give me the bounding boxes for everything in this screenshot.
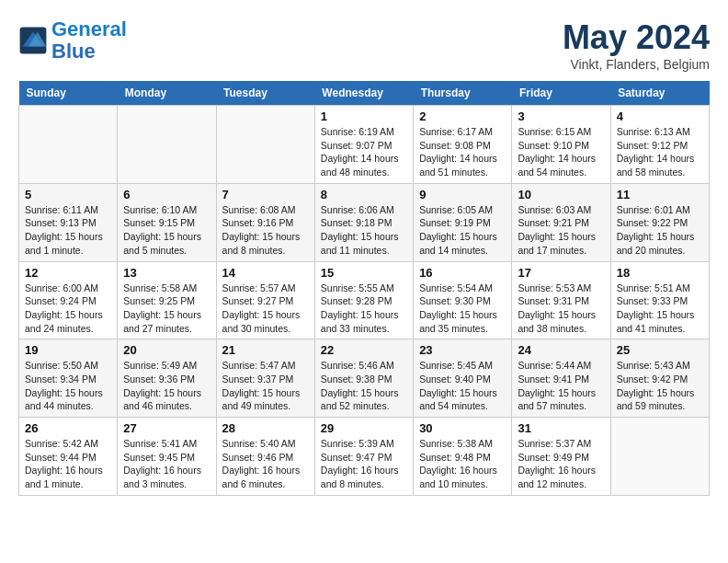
calendar-cell: 3Sunrise: 6:15 AM Sunset: 9:10 PM Daylig… xyxy=(512,106,610,184)
day-info: Sunrise: 5:47 AM Sunset: 9:37 PM Dayligh… xyxy=(222,359,309,413)
day-number: 13 xyxy=(123,266,210,280)
calendar-cell: 28Sunrise: 5:40 AM Sunset: 9:46 PM Dayli… xyxy=(216,418,314,496)
day-number: 10 xyxy=(518,188,604,201)
day-header-monday: Monday xyxy=(118,81,216,106)
day-number: 23 xyxy=(419,343,506,357)
day-info: Sunrise: 5:43 AM Sunset: 9:42 PM Dayligh… xyxy=(617,359,703,413)
day-info: Sunrise: 5:57 AM Sunset: 9:27 PM Dayligh… xyxy=(222,282,309,336)
calendar-cell: 1Sunrise: 6:19 AM Sunset: 9:07 PM Daylig… xyxy=(314,106,413,184)
calendar-week-3: 12Sunrise: 6:00 AM Sunset: 9:24 PM Dayli… xyxy=(19,261,710,339)
calendar-cell: 5Sunrise: 6:11 AM Sunset: 9:13 PM Daylig… xyxy=(19,183,118,261)
calendar-cell xyxy=(118,106,216,184)
calendar-cell: 21Sunrise: 5:47 AM Sunset: 9:37 PM Dayli… xyxy=(216,339,314,418)
calendar-table: SundayMondayTuesdayWednesdayThursdayFrid… xyxy=(18,81,710,496)
day-number: 31 xyxy=(518,421,604,435)
day-number: 29 xyxy=(321,421,407,435)
day-number: 6 xyxy=(123,188,210,201)
calendar-cell: 29Sunrise: 5:39 AM Sunset: 9:47 PM Dayli… xyxy=(314,418,413,496)
day-number: 4 xyxy=(617,109,703,123)
day-info: Sunrise: 5:38 AM Sunset: 9:48 PM Dayligh… xyxy=(419,437,506,491)
day-header-sunday: Sunday xyxy=(19,81,118,106)
day-number: 21 xyxy=(222,343,309,357)
day-number: 3 xyxy=(518,109,604,123)
calendar-cell: 30Sunrise: 5:38 AM Sunset: 9:48 PM Dayli… xyxy=(414,418,512,496)
calendar-cell: 16Sunrise: 5:54 AM Sunset: 9:30 PM Dayli… xyxy=(414,261,512,339)
calendar-cell: 14Sunrise: 5:57 AM Sunset: 9:27 PM Dayli… xyxy=(216,261,314,339)
day-info: Sunrise: 6:05 AM Sunset: 9:19 PM Dayligh… xyxy=(419,203,506,258)
calendar-cell: 26Sunrise: 5:42 AM Sunset: 9:44 PM Dayli… xyxy=(19,418,118,496)
calendar-cell: 31Sunrise: 5:37 AM Sunset: 9:49 PM Dayli… xyxy=(512,418,610,496)
day-info: Sunrise: 6:15 AM Sunset: 9:10 PM Dayligh… xyxy=(518,125,604,179)
day-number: 24 xyxy=(518,343,604,357)
calendar-body: 1Sunrise: 6:19 AM Sunset: 9:07 PM Daylig… xyxy=(19,106,710,496)
day-info: Sunrise: 5:37 AM Sunset: 9:49 PM Dayligh… xyxy=(518,437,604,491)
day-number: 1 xyxy=(321,109,407,123)
day-number: 30 xyxy=(419,421,506,435)
day-number: 17 xyxy=(518,266,604,280)
day-number: 26 xyxy=(25,421,111,435)
day-info: Sunrise: 5:55 AM Sunset: 9:28 PM Dayligh… xyxy=(321,282,407,336)
day-info: Sunrise: 5:41 AM Sunset: 9:45 PM Dayligh… xyxy=(123,437,210,491)
day-number: 18 xyxy=(617,266,703,280)
day-info: Sunrise: 6:03 AM Sunset: 9:21 PM Dayligh… xyxy=(518,203,604,258)
day-number: 16 xyxy=(419,266,506,280)
day-number: 15 xyxy=(321,266,407,280)
calendar-cell: 15Sunrise: 5:55 AM Sunset: 9:28 PM Dayli… xyxy=(314,261,413,339)
calendar-cell: 7Sunrise: 6:08 AM Sunset: 9:16 PM Daylig… xyxy=(216,183,314,261)
day-header-saturday: Saturday xyxy=(610,81,709,106)
day-number: 12 xyxy=(25,266,111,280)
calendar-week-4: 19Sunrise: 5:50 AM Sunset: 9:34 PM Dayli… xyxy=(19,339,710,418)
calendar-cell: 11Sunrise: 6:01 AM Sunset: 9:22 PM Dayli… xyxy=(610,183,709,261)
day-header-tuesday: Tuesday xyxy=(216,81,314,106)
calendar-cell: 10Sunrise: 6:03 AM Sunset: 9:21 PM Dayli… xyxy=(512,183,610,261)
day-info: Sunrise: 6:10 AM Sunset: 9:15 PM Dayligh… xyxy=(123,203,210,258)
day-info: Sunrise: 5:50 AM Sunset: 9:34 PM Dayligh… xyxy=(25,359,111,413)
calendar-week-2: 5Sunrise: 6:11 AM Sunset: 9:13 PM Daylig… xyxy=(19,183,710,261)
day-info: Sunrise: 6:19 AM Sunset: 9:07 PM Dayligh… xyxy=(321,125,407,179)
calendar-week-1: 1Sunrise: 6:19 AM Sunset: 9:07 PM Daylig… xyxy=(19,106,710,184)
day-info: Sunrise: 5:44 AM Sunset: 9:41 PM Dayligh… xyxy=(518,359,604,413)
day-info: Sunrise: 5:49 AM Sunset: 9:36 PM Dayligh… xyxy=(123,359,210,413)
calendar-cell xyxy=(19,106,118,184)
day-info: Sunrise: 5:45 AM Sunset: 9:40 PM Dayligh… xyxy=(419,359,506,413)
month-title: May 2024 xyxy=(563,18,710,57)
calendar-cell: 25Sunrise: 5:43 AM Sunset: 9:42 PM Dayli… xyxy=(610,339,709,418)
calendar-week-5: 26Sunrise: 5:42 AM Sunset: 9:44 PM Dayli… xyxy=(19,418,710,496)
day-info: Sunrise: 6:01 AM Sunset: 9:22 PM Dayligh… xyxy=(617,203,703,258)
day-number: 7 xyxy=(222,188,309,201)
day-info: Sunrise: 5:54 AM Sunset: 9:30 PM Dayligh… xyxy=(419,282,506,336)
day-number: 2 xyxy=(419,109,506,123)
calendar-cell: 2Sunrise: 6:17 AM Sunset: 9:08 PM Daylig… xyxy=(414,106,512,184)
calendar-cell: 23Sunrise: 5:45 AM Sunset: 9:40 PM Dayli… xyxy=(414,339,512,418)
day-info: Sunrise: 6:11 AM Sunset: 9:13 PM Dayligh… xyxy=(25,203,111,258)
calendar-cell xyxy=(610,418,709,496)
day-number: 28 xyxy=(222,421,309,435)
day-number: 20 xyxy=(123,343,210,357)
logo-text: GeneralBlue xyxy=(51,18,127,63)
day-number: 22 xyxy=(321,343,407,357)
day-header-wednesday: Wednesday xyxy=(314,81,413,106)
page-header: GeneralBlue May 2024 Vinkt, Flanders, Be… xyxy=(18,18,710,72)
day-number: 8 xyxy=(321,188,407,201)
day-info: Sunrise: 6:06 AM Sunset: 9:18 PM Dayligh… xyxy=(321,203,407,258)
day-number: 27 xyxy=(123,421,210,435)
calendar-cell: 13Sunrise: 5:58 AM Sunset: 9:25 PM Dayli… xyxy=(118,261,216,339)
calendar-cell: 19Sunrise: 5:50 AM Sunset: 9:34 PM Dayli… xyxy=(19,339,118,418)
calendar-cell: 18Sunrise: 5:51 AM Sunset: 9:33 PM Dayli… xyxy=(610,261,709,339)
calendar-cell: 24Sunrise: 5:44 AM Sunset: 9:41 PM Dayli… xyxy=(512,339,610,418)
day-number: 14 xyxy=(222,266,309,280)
day-info: Sunrise: 5:58 AM Sunset: 9:25 PM Dayligh… xyxy=(123,282,210,336)
calendar-cell: 9Sunrise: 6:05 AM Sunset: 9:19 PM Daylig… xyxy=(414,183,512,261)
calendar-cell: 12Sunrise: 6:00 AM Sunset: 9:24 PM Dayli… xyxy=(19,261,118,339)
day-info: Sunrise: 5:46 AM Sunset: 9:38 PM Dayligh… xyxy=(321,359,407,413)
day-info: Sunrise: 6:08 AM Sunset: 9:16 PM Dayligh… xyxy=(222,203,309,258)
calendar-cell: 27Sunrise: 5:41 AM Sunset: 9:45 PM Dayli… xyxy=(118,418,216,496)
day-info: Sunrise: 6:13 AM Sunset: 9:12 PM Dayligh… xyxy=(617,125,703,179)
day-info: Sunrise: 5:39 AM Sunset: 9:47 PM Dayligh… xyxy=(321,437,407,491)
day-number: 9 xyxy=(419,188,506,201)
calendar-cell: 4Sunrise: 6:13 AM Sunset: 9:12 PM Daylig… xyxy=(610,106,709,184)
calendar-cell xyxy=(216,106,314,184)
logo-icon xyxy=(18,26,48,55)
day-info: Sunrise: 6:17 AM Sunset: 9:08 PM Dayligh… xyxy=(419,125,506,179)
day-number: 19 xyxy=(25,343,111,357)
